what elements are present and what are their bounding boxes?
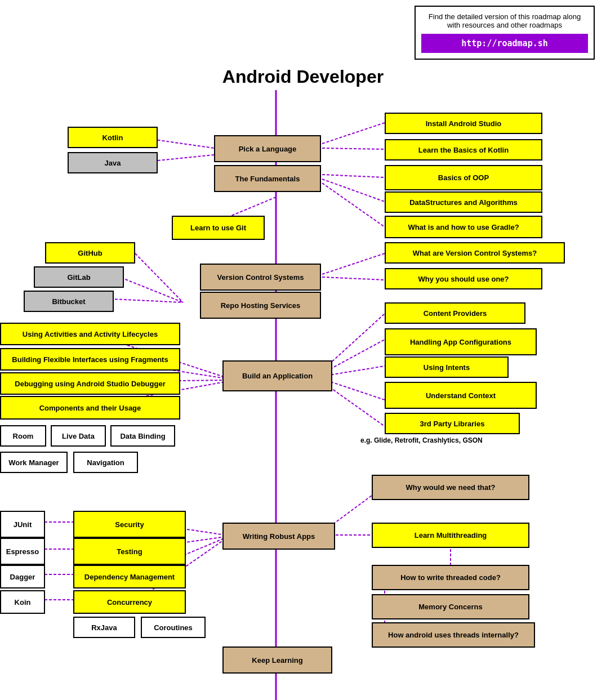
testing-node[interactable]: Testing (73, 538, 186, 565)
svg-line-8 (322, 253, 385, 274)
info-text: Find the detailed version of this roadma… (421, 12, 588, 29)
third-party-node[interactable]: 3rd Party Libraries (385, 413, 520, 434)
gitlab-node[interactable]: GitLab (34, 266, 124, 288)
vcs-what-node[interactable]: What are Version Control Systems? (385, 242, 565, 264)
concurrency-node[interactable]: Concurrency (73, 590, 186, 614)
vcs-node[interactable]: Version Control Systems (200, 264, 321, 291)
handling-config-node[interactable]: Handling App Configurations (385, 328, 537, 355)
using-intents-node[interactable]: Using Intents (385, 356, 509, 378)
workmanager-node[interactable]: Work Manager (0, 452, 68, 473)
threaded-code-node[interactable]: How to write threaded code? (372, 565, 529, 590)
rxjava-node[interactable]: RxJava (73, 617, 135, 638)
pick-language-node[interactable]: Pick a Language (214, 135, 321, 162)
learn-git-node[interactable]: Learn to use Git (172, 216, 265, 240)
java-node[interactable]: Java (68, 152, 158, 173)
third-party-example: e.g. Glide, Retrofit, Crashlytics, GSON (360, 436, 483, 444)
basics-oop-node[interactable]: Basics of OOP (385, 165, 542, 190)
fragments-node[interactable]: Building Flexible Interfaces using Fragm… (0, 348, 180, 371)
svg-line-6 (322, 183, 385, 227)
debugging-node[interactable]: Debugging using Android Studio Debugger (0, 372, 180, 395)
install-android-node[interactable]: Install Android Studio (385, 113, 542, 134)
info-box: Find the detailed version of this roadma… (415, 6, 595, 60)
writing-robust-node[interactable]: Writing Robust Apps (222, 523, 335, 550)
koin-node[interactable]: Koin (0, 590, 45, 614)
fundamentals-node[interactable]: The Fundamentals (214, 165, 321, 192)
build-app-node[interactable]: Build an Application (222, 360, 332, 391)
github-node[interactable]: GitHub (45, 242, 135, 264)
why-need-node[interactable]: Why would we need that? (372, 475, 529, 500)
junit-node[interactable]: JUnit (0, 511, 45, 538)
security-node[interactable]: Security (73, 511, 186, 538)
svg-line-4 (322, 175, 385, 177)
bitbucket-node[interactable]: Bitbucket (24, 291, 114, 312)
databinding-node[interactable]: Data Binding (110, 425, 175, 447)
svg-line-5 (322, 179, 385, 202)
android-threads-node[interactable]: How android uses threads internally? (372, 622, 535, 648)
room-node[interactable]: Room (0, 425, 46, 447)
dep-management-node[interactable]: Dependency Management (73, 565, 186, 588)
navigation-node[interactable]: Navigation (73, 452, 138, 473)
kotlin-node[interactable]: Kotlin (68, 127, 158, 148)
info-link[interactable]: http://roadmap.sh (421, 34, 588, 53)
svg-line-9 (322, 277, 385, 280)
gradle-node[interactable]: What is and how to use Gradle? (385, 216, 542, 238)
learn-multithreading-node[interactable]: Learn Multithreading (372, 523, 529, 548)
learn-kotlin-node[interactable]: Learn the Basics of Kotlin (385, 139, 542, 160)
repo-hosting-node[interactable]: Repo Hosting Services (200, 292, 321, 319)
svg-line-2 (322, 123, 385, 144)
svg-line-10 (135, 253, 183, 302)
understand-context-node[interactable]: Understand Context (385, 382, 537, 409)
espresso-node[interactable]: Espresso (0, 538, 45, 565)
memory-concerns-node[interactable]: Memory Concerns (372, 594, 529, 619)
content-providers-node[interactable]: Content Providers (385, 302, 525, 324)
keep-learning-node[interactable]: Keep Learning (222, 647, 332, 674)
vcs-why-node[interactable]: Why you should use one? (385, 268, 542, 289)
svg-line-3 (322, 148, 385, 149)
activities-node[interactable]: Using Activities and Activity Lifecycles (0, 323, 180, 345)
page-title: Android Developer (0, 66, 606, 87)
livedata-node[interactable]: Live Data (51, 425, 106, 447)
components-node[interactable]: Components and their Usage (0, 396, 180, 420)
coroutines-node[interactable]: Coroutines (141, 617, 206, 638)
data-structures-node[interactable]: DataStructures and Algorithms (385, 191, 542, 213)
dagger-node[interactable]: Dagger (0, 565, 45, 588)
